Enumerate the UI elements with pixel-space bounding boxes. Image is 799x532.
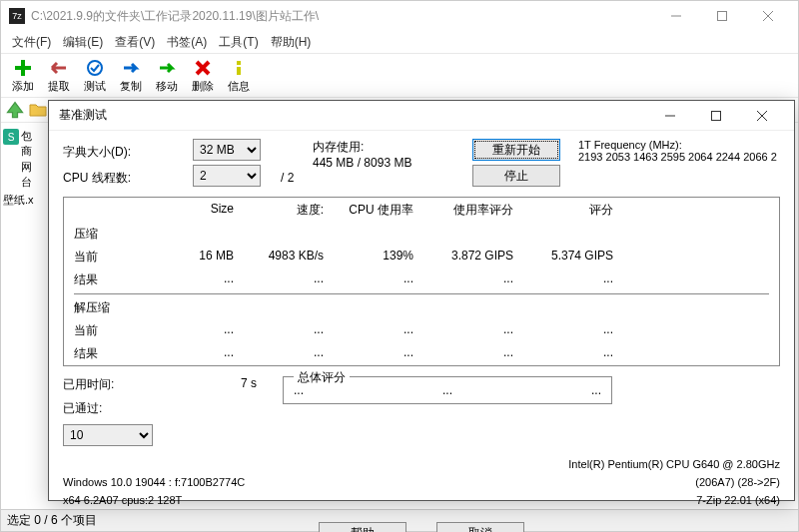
header-speed: 速度: [244, 202, 334, 219]
dialog-maximize-button[interactable] [693, 102, 738, 130]
menubar: 文件(F) 编辑(E) 查看(V) 书签(A) 工具(T) 帮助(H) [1, 31, 798, 53]
total-box: 总体评分 ... ... ... [283, 376, 612, 404]
freq-values: 2193 2053 1463 2595 2064 2244 2066 2 [578, 151, 780, 163]
results-grid: Size 速度: CPU 使用率 使用率评分 评分 压缩 当前 16 MB 49… [63, 197, 780, 366]
sidebar-item[interactable]: S 包商网台 [3, 129, 41, 191]
memory-value: 445 MB / 8093 MB [313, 156, 472, 170]
cell: ... [423, 271, 523, 288]
copy-button[interactable]: 复制 [113, 58, 149, 94]
cell: ... [334, 345, 423, 362]
sidebar: S 包商网台 壁纸.x [1, 125, 43, 214]
compress-result-label: 结果 [64, 271, 154, 288]
delete-button[interactable]: 删除 [185, 58, 221, 94]
cell: ... [523, 345, 623, 362]
dialog-close-button[interactable] [739, 102, 784, 130]
cell: 16 MB [154, 249, 244, 266]
decompress-label: 解压缩 [64, 299, 154, 316]
extract-button[interactable]: 提取 [41, 58, 77, 94]
dialog-minimize-button[interactable] [647, 102, 692, 130]
svg-point-4 [88, 61, 102, 75]
header-rating: 使用率评分 [423, 202, 523, 219]
cell: ... [244, 271, 334, 288]
cell: ... [334, 322, 423, 339]
cell: ... [334, 271, 423, 288]
maximize-button[interactable] [699, 2, 744, 30]
elapsed-value: 7 s [193, 376, 257, 400]
window-title: C:\2021.9.9的文件夹\工作记录2020.11.19\图片站工作\ [31, 8, 653, 25]
menu-view[interactable]: 查看(V) [110, 32, 160, 53]
stop-button[interactable]: 停止 [472, 165, 560, 187]
up-icon[interactable] [5, 100, 25, 120]
passes-select[interactable]: 10 [63, 424, 153, 446]
move-button[interactable]: 移动 [149, 58, 185, 94]
folder-icon [29, 101, 47, 119]
total-label: 总体评分 [294, 369, 350, 386]
minimize-button[interactable] [653, 2, 698, 30]
cell: ... [423, 345, 523, 362]
cell: ... [154, 345, 244, 362]
cell: ... [244, 345, 334, 362]
os-info: Windows 10.0 19044 : f:7100B2774C [63, 476, 245, 488]
dialog-titlebar: 基准测试 [49, 101, 794, 131]
cell: 5.374 GIPS [523, 249, 623, 266]
restart-button[interactable]: 重新开始 [472, 139, 560, 161]
compress-label: 压缩 [64, 226, 154, 243]
cell: ... [423, 322, 523, 339]
sidebar-item[interactable]: 壁纸.x [3, 193, 41, 208]
svg-rect-6 [237, 67, 241, 75]
sidebar-label: 壁纸.x [3, 193, 34, 208]
cell: ... [154, 322, 244, 339]
cancel-button[interactable]: 取消 [436, 522, 524, 532]
threads-total: / 2 [281, 165, 313, 191]
total-b: ... [442, 383, 452, 397]
header-score: 评分 [523, 202, 623, 219]
add-button[interactable]: 添加 [5, 58, 41, 94]
menu-help[interactable]: 帮助(H) [266, 32, 317, 53]
total-c: ... [591, 383, 601, 397]
cell: ... [523, 271, 623, 288]
svg-rect-1 [717, 12, 726, 21]
compress-current-label: 当前 [64, 249, 154, 266]
threads-select[interactable]: 2 [193, 165, 261, 187]
menu-file[interactable]: 文件(F) [7, 32, 56, 53]
info-button[interactable]: 信息 [221, 58, 257, 94]
main-titlebar: 7z C:\2021.9.9的文件夹\工作记录2020.11.19\图片站工作\ [1, 1, 798, 31]
cell: ... [523, 322, 623, 339]
dialog-title: 基准测试 [59, 107, 647, 124]
svg-text:S: S [8, 132, 15, 143]
freq-label: 1T Frequency (MHz): [578, 139, 780, 151]
dict-size-label: 字典大小(D): [63, 139, 193, 165]
svg-rect-5 [237, 61, 241, 65]
elapsed-label: 已用时间: [63, 376, 193, 400]
memory-label: 内存使用: [313, 139, 472, 156]
cell: 3.872 GIPS [423, 249, 523, 266]
decompress-current-label: 当前 [64, 322, 154, 339]
cell: ... [154, 271, 244, 288]
menu-tools[interactable]: 工具(T) [214, 32, 263, 53]
xls-icon: S [3, 129, 19, 145]
cell: 139% [334, 249, 423, 266]
menu-edit[interactable]: 编辑(E) [58, 32, 108, 53]
zip-info: 7-Zip 22.01 (x64) [568, 494, 780, 506]
header-size: Size [154, 202, 244, 219]
test-button[interactable]: 测试 [77, 58, 113, 94]
sidebar-label: 包商网台 [21, 129, 41, 191]
close-button[interactable] [745, 2, 790, 30]
decompress-result-label: 结果 [64, 345, 154, 362]
threads-label: CPU 线程数: [63, 165, 193, 191]
toolbar: 添加 提取 测试 复制 移动 删除 信息 [1, 53, 798, 97]
cell: ... [244, 322, 334, 339]
svg-rect-10 [711, 111, 720, 120]
cpu-info: Intel(R) Pentium(R) CPU G640 @ 2.80GHz [568, 458, 780, 470]
menu-bookmark[interactable]: 书签(A) [162, 32, 212, 53]
help-button[interactable]: 帮助 [319, 522, 406, 532]
cpu-id: (206A7) (28->2F) [568, 476, 780, 488]
passes-label: 已通过: [63, 400, 193, 424]
cell: 4983 KB/s [244, 249, 334, 266]
benchmark-dialog: 基准测试 字典大小(D): CPU 线程数: 32 MB 2 / 2 内存使用:… [48, 100, 795, 501]
arch-info: x64 6.2A07 cpus:2 128T [63, 494, 245, 506]
dict-size-select[interactable]: 32 MB [193, 139, 261, 161]
header-cpu: CPU 使用率 [334, 202, 423, 219]
app-icon: 7z [9, 8, 25, 24]
